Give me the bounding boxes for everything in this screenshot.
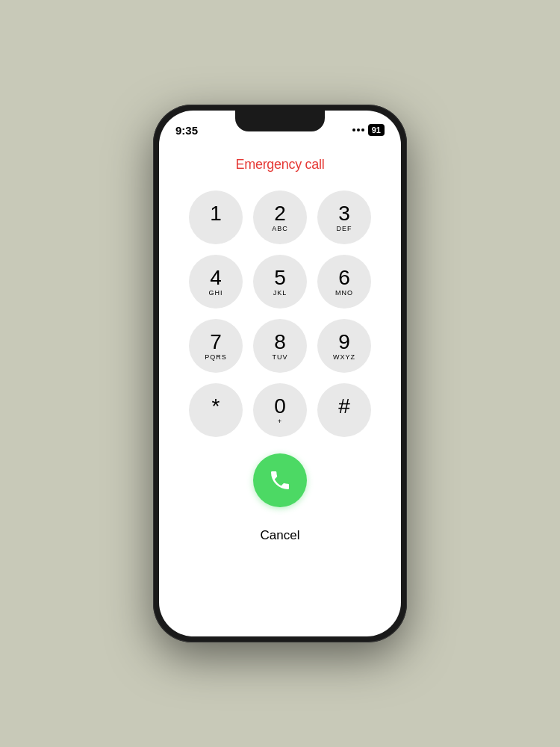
emergency-title: Emergency call	[236, 157, 325, 173]
status-time: 9:35	[175, 124, 198, 137]
letters-3: DEF	[337, 225, 352, 232]
digit-6: 6	[338, 267, 350, 288]
dial-key-2[interactable]: 2 ABC	[253, 190, 307, 244]
signal-dot-3	[361, 128, 364, 131]
dial-key-hash[interactable]: #	[317, 383, 371, 437]
digit-star: *	[212, 396, 220, 417]
letters-2: ABC	[272, 225, 288, 232]
letters-0: +	[278, 418, 282, 425]
cancel-button[interactable]: Cancel	[246, 522, 315, 549]
call-button[interactable]	[253, 453, 307, 507]
dial-key-0[interactable]: 0 +	[253, 383, 307, 437]
dial-key-star[interactable]: *	[189, 383, 243, 437]
digit-9: 9	[338, 332, 350, 353]
digit-0: 0	[274, 396, 286, 417]
phone-icon	[268, 468, 292, 492]
signal-indicator	[352, 128, 364, 131]
letters-8: TUV	[273, 353, 288, 361]
digit-1: 1	[210, 203, 222, 224]
dial-key-8[interactable]: 8 TUV	[253, 319, 307, 373]
battery-indicator: 91	[368, 124, 385, 136]
letters-9: WXYZ	[333, 353, 355, 361]
phone-notch	[235, 111, 325, 131]
dial-key-6[interactable]: 6 MNO	[317, 255, 371, 309]
dialpad-grid: 1 2 ABC 3 DEF 4 GHI 5 JKL	[189, 190, 371, 437]
digit-5: 5	[274, 267, 286, 288]
signal-dot-1	[352, 128, 355, 131]
dial-key-3[interactable]: 3 DEF	[317, 190, 371, 244]
letters-7: PQRS	[205, 353, 227, 361]
digit-8: 8	[274, 332, 286, 353]
digit-4: 4	[210, 267, 222, 288]
letters-5: JKL	[273, 289, 287, 297]
phone-screen: 9:35 91 Emergency call 1	[159, 111, 401, 636]
dial-key-1[interactable]: 1	[189, 190, 243, 244]
dial-key-5[interactable]: 5 JKL	[253, 255, 307, 309]
digit-2: 2	[274, 203, 286, 224]
digit-3: 3	[338, 203, 350, 224]
dial-key-4[interactable]: 4 GHI	[189, 255, 243, 309]
dialpad-content: Emergency call 1 2 ABC 3 DEF 4	[159, 143, 401, 636]
dial-key-9[interactable]: 9 WXYZ	[317, 319, 371, 373]
status-right-icons: 91	[352, 124, 385, 136]
dial-key-7[interactable]: 7 PQRS	[189, 319, 243, 373]
letters-4: GHI	[208, 289, 223, 297]
digit-7: 7	[210, 332, 222, 353]
digit-hash: #	[338, 396, 350, 417]
letters-6: MNO	[335, 289, 353, 297]
phone-device: 9:35 91 Emergency call 1	[153, 105, 407, 642]
signal-dot-2	[357, 128, 360, 131]
